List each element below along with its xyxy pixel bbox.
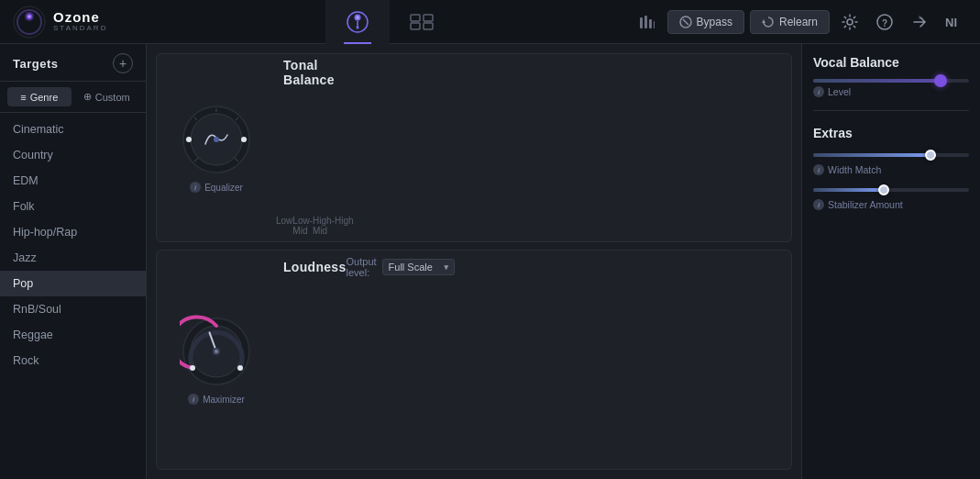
stabilizer-control: i Stabilizer Amount xyxy=(813,184,969,210)
meter-icon-btn[interactable] xyxy=(633,7,662,37)
logo-area: Ozone STANDARD xyxy=(0,6,147,39)
svg-rect-15 xyxy=(644,16,647,28)
sidebar-item-country[interactable]: Country xyxy=(0,142,146,168)
equalizer-label: i Equalizer xyxy=(190,182,243,193)
width-match-slider[interactable] xyxy=(813,153,969,157)
gear-icon xyxy=(842,14,858,30)
svg-point-40 xyxy=(237,365,243,371)
custom-tab-icon: ⊕ xyxy=(83,91,92,103)
sidebar-item-rnb[interactable]: RnB/Soul xyxy=(0,296,146,322)
sidebar-item-hiphop[interactable]: Hip-hop/Rap xyxy=(0,219,146,245)
svg-line-19 xyxy=(683,19,688,25)
svg-rect-11 xyxy=(424,15,433,21)
sidebar-item-jazz[interactable]: Jazz xyxy=(0,245,146,271)
stabilizer-label: i Stabilizer Amount xyxy=(813,199,969,210)
bypass-icon xyxy=(679,16,692,28)
genre-tab-icon: ≡ xyxy=(20,92,26,103)
top-center-nav xyxy=(147,0,633,44)
svg-point-21 xyxy=(847,19,853,25)
relearn-label: Relearn xyxy=(779,16,818,28)
sidebar-item-folk[interactable]: Folk xyxy=(0,194,146,219)
loudness-panel: i Maximizer Loudness Output level: xyxy=(156,250,792,470)
vocal-balance-section: Vocal Balance i Level xyxy=(813,55,969,111)
width-match-info-icon[interactable]: i xyxy=(813,164,824,175)
meter-icon xyxy=(639,14,655,30)
eq-info-icon[interactable]: i xyxy=(190,182,201,193)
loudness-chart-container: Loudness Output level: Full Scale Stream… xyxy=(276,251,280,469)
tonal-left-controls: i Equalizer xyxy=(157,54,276,241)
width-match-label: i Width Match xyxy=(813,164,969,175)
genre-tab-label: Genre xyxy=(30,92,59,103)
output-level-control: Output level: Full Scale Streaming -14 L… xyxy=(347,256,455,278)
relearn-icon xyxy=(762,16,775,28)
center-area: i Equalizer Tonal Balance xyxy=(147,44,801,479)
nav-tab-plugin[interactable] xyxy=(325,0,390,44)
svg-point-36 xyxy=(214,137,219,142)
sidebar-item-reggae[interactable]: Reggae xyxy=(0,322,146,348)
svg-point-43 xyxy=(215,350,218,353)
maximizer-label: i Maximizer xyxy=(188,394,245,405)
tonal-balance-title: Tonal Balance xyxy=(283,58,335,87)
loudness-left-controls: i Maximizer xyxy=(157,251,276,469)
main-layout: Targets + ≡ Genre ⊕ Custom Cinematic Cou… xyxy=(0,44,980,479)
custom-tab[interactable]: ⊕ Custom xyxy=(75,87,139,106)
output-level-label: Output level: xyxy=(347,256,377,278)
help-icon: ? xyxy=(876,14,893,30)
vocal-info-icon[interactable]: i xyxy=(813,86,824,97)
loudness-title: Loudness xyxy=(283,260,347,274)
settings-button[interactable] xyxy=(835,7,864,37)
extras-section: Extras i Width Match i xyxy=(813,126,969,219)
logo-edition: STANDARD xyxy=(53,25,107,33)
sidebar-item-edm[interactable]: EDM xyxy=(0,168,146,194)
maximizer-info-icon[interactable]: i xyxy=(188,394,199,405)
vocal-level-label: i Level xyxy=(813,86,969,97)
output-level-dropdown[interactable]: Full Scale Streaming -14 LUFS -16 LUFS -… xyxy=(382,259,455,275)
svg-point-4 xyxy=(28,15,31,17)
svg-point-7 xyxy=(356,16,358,18)
relearn-button[interactable]: Relearn xyxy=(750,10,830,34)
label-low-mid: Low-Mid xyxy=(292,216,313,236)
stabilizer-info-icon[interactable]: i xyxy=(813,199,824,210)
svg-text:NI: NI xyxy=(945,16,957,29)
add-target-button[interactable]: + xyxy=(113,53,133,73)
label-high-mid: High-Mid xyxy=(313,216,335,236)
right-panel: Vocal Balance i Level Extras xyxy=(801,44,980,479)
svg-rect-14 xyxy=(640,17,643,28)
plugin-nav-icon xyxy=(345,9,370,35)
top-right-controls: Bypass Relearn ? xyxy=(633,7,980,37)
logo-name: Ozone xyxy=(53,10,107,26)
vocal-balance-title: Vocal Balance xyxy=(813,55,969,70)
svg-point-34 xyxy=(186,137,192,142)
svg-rect-10 xyxy=(411,15,420,21)
svg-rect-16 xyxy=(649,19,652,28)
help-button[interactable]: ? xyxy=(870,7,899,37)
bypass-button[interactable]: Bypass xyxy=(667,10,744,34)
ozone-logo-icon xyxy=(13,6,46,39)
sidebar-item-pop[interactable]: Pop xyxy=(0,271,146,296)
svg-point-39 xyxy=(190,365,195,371)
width-match-control: i Width Match xyxy=(813,150,969,175)
sidebar: Targets + ≡ Genre ⊕ Custom Cinematic Cou… xyxy=(0,44,147,479)
custom-tab-label: Custom xyxy=(95,92,130,103)
sidebar-item-rock[interactable]: Rock xyxy=(0,348,146,373)
nav-tab-grid[interactable] xyxy=(390,0,454,44)
maximizer-gauge[interactable] xyxy=(180,315,253,388)
genre-tab[interactable]: ≡ Genre xyxy=(7,87,72,106)
tonal-balance-panel: i Equalizer Tonal Balance xyxy=(156,53,792,242)
share-button[interactable] xyxy=(905,7,934,37)
equalizer-knob[interactable] xyxy=(180,103,253,176)
output-level-select[interactable]: Full Scale Streaming -14 LUFS -16 LUFS -… xyxy=(382,259,455,275)
share-icon xyxy=(911,14,928,30)
top-bar: Ozone STANDARD xyxy=(0,0,980,44)
grid-nav-icon xyxy=(409,13,435,31)
svg-marker-20 xyxy=(762,19,765,23)
sidebar-tabs: ≡ Genre ⊕ Custom xyxy=(0,82,146,113)
stabilizer-slider[interactable] xyxy=(813,188,969,192)
vocal-level-slider[interactable] xyxy=(813,79,969,83)
sidebar-item-cinematic[interactable]: Cinematic xyxy=(0,117,146,142)
svg-text:?: ? xyxy=(882,17,887,28)
sidebar-list: Cinematic Country EDM Folk Hip-hop/Rap J… xyxy=(0,113,146,479)
svg-point-35 xyxy=(241,137,247,142)
ni-logo-button[interactable]: NI xyxy=(940,7,969,37)
label-high: High xyxy=(335,216,354,236)
